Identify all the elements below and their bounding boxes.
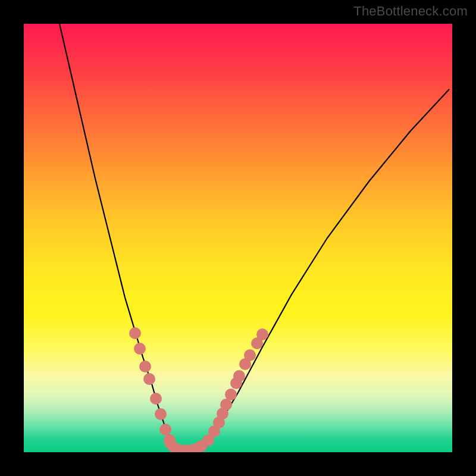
bead-left-7 <box>164 434 176 446</box>
bead-left-5 <box>155 408 167 420</box>
bead-left-6 <box>159 424 171 436</box>
v-curve <box>60 24 449 451</box>
chart-svg <box>24 24 452 452</box>
watermark-text: TheBottleneck.com <box>353 4 468 19</box>
bead-right-10 <box>244 349 256 361</box>
bead-right-5 <box>220 399 232 411</box>
bead-right-12 <box>256 328 268 340</box>
bead-right-8 <box>233 370 245 382</box>
plot-area <box>24 24 452 452</box>
beads-right-group <box>195 328 268 452</box>
outer-frame: TheBottleneck.com <box>0 0 476 476</box>
bead-left-4 <box>150 393 162 405</box>
bead-left-3 <box>143 373 155 385</box>
bead-right-6 <box>225 389 237 400</box>
bead-left-0 <box>129 327 141 339</box>
bead-left-2 <box>139 361 151 372</box>
bead-left-1 <box>134 343 146 355</box>
